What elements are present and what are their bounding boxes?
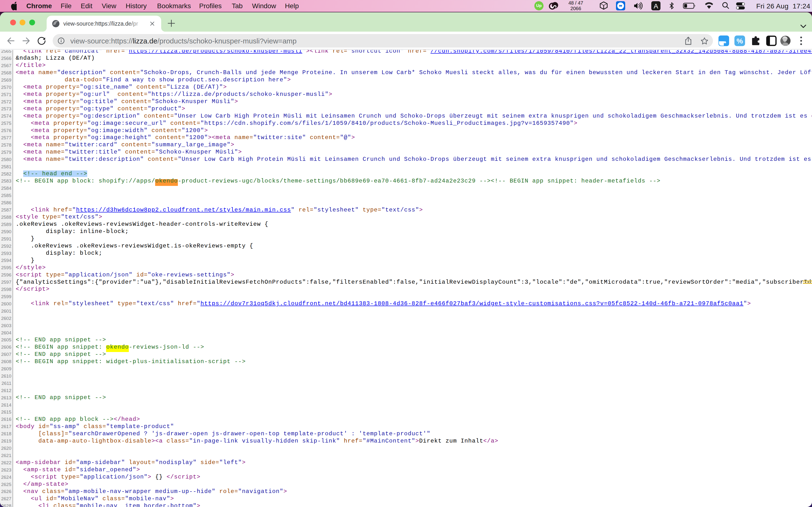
svg-text:%: % xyxy=(737,37,743,45)
svg-text:A: A xyxy=(654,2,658,10)
